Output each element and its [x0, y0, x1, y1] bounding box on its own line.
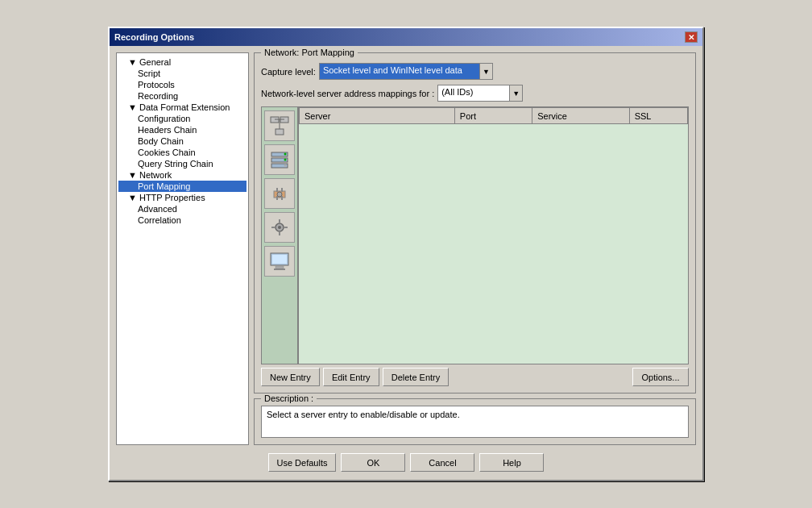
capture-label: Capture level: — [261, 67, 316, 77]
action-buttons: New Entry Edit Entry Delete Entry Option… — [261, 368, 689, 386]
icon-network — [264, 110, 295, 141]
svg-point-17 — [277, 192, 282, 197]
svg-rect-22 — [271, 227, 275, 228]
content-panel: Network: Port Mapping Capture level: Soc… — [254, 52, 696, 445]
svg-point-11 — [284, 164, 287, 167]
tree-item-http-properties[interactable]: ▼ HTTP Properties — [118, 192, 246, 203]
icon-cable — [264, 178, 295, 209]
expand-icon-df: ▼ — [128, 102, 139, 112]
tree-panel: ▼ General Script Protocols Recording ▼ D… — [116, 52, 249, 445]
svg-rect-21 — [279, 232, 280, 235]
tree-item-script[interactable]: Script — [118, 68, 246, 79]
icon-panel — [261, 106, 298, 364]
network-dropdown-btn[interactable]: ▼ — [510, 85, 523, 102]
window-title: Recording Options — [114, 32, 194, 42]
use-defaults-button[interactable]: Use Defaults — [268, 453, 337, 472]
svg-rect-25 — [272, 255, 287, 264]
col-port: Port — [454, 108, 532, 124]
col-ssl: SSL — [629, 108, 687, 124]
close-button[interactable]: ✕ — [685, 31, 698, 43]
svg-rect-23 — [284, 227, 288, 228]
tree-item-data-format[interactable]: ▼ Data Format Extension — [118, 102, 246, 113]
description-label: Description : — [261, 393, 317, 403]
tree-item-correlation[interactable]: Correlation — [118, 214, 246, 226]
network-value: (All IDs) — [437, 85, 510, 102]
tree-item-query-string-chain[interactable]: Query String Chain — [118, 158, 246, 169]
icon-computer — [264, 246, 295, 277]
recording-options-window: Recording Options ✕ ▼ General Script Pro… — [108, 27, 704, 481]
description-box: Description : Select a server entry to e… — [254, 398, 696, 445]
edit-entry-button[interactable]: Edit Entry — [323, 368, 379, 386]
tree-item-network[interactable]: ▼ Network — [118, 169, 246, 181]
tree-item-body-chain[interactable]: Body Chain — [118, 135, 246, 147]
tree-item-general[interactable]: ▼ General — [118, 56, 246, 68]
expand-icon: ▼ — [128, 57, 139, 67]
capture-value: Socket level and WinINet level data — [319, 63, 480, 80]
svg-rect-14 — [281, 188, 283, 192]
svg-rect-13 — [276, 188, 278, 192]
tree-item-cookies-chain[interactable]: Cookies Chain — [118, 147, 246, 158]
svg-rect-27 — [274, 269, 285, 270]
network-label: Network-level server address mappings fo… — [261, 89, 434, 98]
tree-item-protocols[interactable]: Protocols — [118, 79, 246, 90]
svg-rect-15 — [276, 196, 278, 200]
col-server: Server — [300, 108, 455, 124]
table-scroll[interactable]: Server Port Service SSL — [298, 106, 689, 364]
tree-item-advanced[interactable]: Advanced — [118, 203, 246, 214]
capture-combo[interactable]: Socket level and WinINet level data ▼ — [319, 63, 493, 80]
title-bar: Recording Options ✕ — [110, 28, 702, 46]
svg-rect-26 — [276, 266, 284, 269]
table-body — [300, 124, 688, 334]
port-mapping-table: Server Port Service SSL — [299, 107, 688, 334]
svg-rect-20 — [279, 219, 280, 223]
svg-point-9 — [284, 153, 287, 156]
expand-icon-net: ▼ — [128, 170, 139, 180]
group-title: Network: Port Mapping — [261, 48, 358, 57]
data-table-container: Server Port Service SSL — [298, 106, 689, 364]
tree-item-port-mapping[interactable]: Port Mapping — [118, 181, 246, 192]
ok-button[interactable]: OK — [341, 453, 405, 472]
tree-item-configuration[interactable]: Configuration — [118, 113, 246, 124]
footer-buttons: Use Defaults OK Cancel Help — [116, 450, 696, 473]
network-combo[interactable]: (All IDs) ▼ — [437, 85, 523, 102]
network-port-mapping-group: Network: Port Mapping Capture level: Soc… — [254, 52, 696, 393]
description-text: Select a server entry to enable/disable … — [261, 406, 689, 438]
svg-rect-2 — [276, 129, 284, 135]
icon-server — [264, 144, 295, 175]
icon-gear — [264, 212, 295, 243]
table-area: Server Port Service SSL — [261, 106, 689, 364]
cancel-button[interactable]: Cancel — [410, 453, 474, 472]
tree-item-headers-chain[interactable]: Headers Chain — [118, 124, 246, 135]
col-service: Service — [532, 108, 630, 124]
svg-rect-16 — [281, 196, 283, 200]
svg-point-19 — [278, 226, 281, 229]
tree-item-recording[interactable]: Recording — [118, 90, 246, 102]
capture-dropdown-btn[interactable]: ▼ — [480, 63, 493, 80]
expand-icon-http: ▼ — [128, 193, 139, 202]
help-button[interactable]: Help — [479, 453, 544, 472]
delete-entry-button[interactable]: Delete Entry — [383, 368, 450, 386]
options-button[interactable]: Options... — [632, 368, 689, 386]
new-entry-button[interactable]: New Entry — [261, 368, 320, 386]
svg-point-10 — [284, 159, 287, 161]
